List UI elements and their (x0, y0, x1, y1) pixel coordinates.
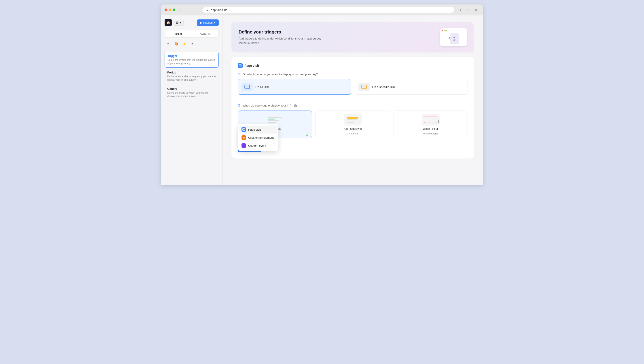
delay-unit: seconds (349, 132, 358, 135)
lock-icon: 🔒 (206, 8, 209, 12)
when-options-dropdown: Page visit ◉ Click on an element ✓ Custo… (238, 124, 278, 151)
url-text: app.told.club (211, 8, 228, 12)
illus-card (450, 33, 459, 44)
svg-rect-1 (240, 65, 241, 66)
nav-item-period[interactable]: Period Define when and how frequently yo… (165, 68, 219, 84)
when-option-delay[interactable]: After a delay of 0 seconds (316, 110, 390, 138)
paint-tool-button[interactable]: 🎨 (173, 40, 180, 47)
page-visit-illustration (266, 114, 284, 126)
publish-label: ▶ Publish (200, 21, 213, 24)
svg-rect-11 (243, 129, 244, 129)
sidebar-nav: Trigger Select the events that will trig… (165, 52, 219, 100)
hero-text: Define your triggers Add triggers to def… (239, 30, 324, 45)
question-1-number: ① (238, 72, 240, 76)
url-options: On all URL On a specific URL (238, 79, 468, 95)
page-visit-section-card: Page visit ① On which page do you want t… (232, 57, 474, 158)
dropdown-item-custom-event[interactable]: ✓ Custom event (239, 142, 277, 150)
tab-bar: Build Reports (165, 30, 219, 38)
tab-build[interactable]: Build (165, 30, 192, 36)
nav-item-cohort[interactable]: Cohort Define the users to whom you want… (165, 85, 219, 100)
page-visit-section-title: Page visit (244, 64, 259, 68)
window-grid-button[interactable]: ⊞ (178, 7, 184, 13)
when-option-scroll[interactable]: ›| When I scroll 0 of the page (393, 110, 468, 138)
menu-button[interactable]: ☰ ▾ (173, 20, 183, 26)
forward-button[interactable]: → (193, 7, 199, 13)
browser-nav: ⊞ ← → (178, 7, 199, 13)
new-tab-button[interactable]: ＋ (465, 7, 471, 13)
address-bar[interactable]: 🔒 app.told.club (202, 7, 454, 13)
when-option-delay-value: 0 seconds (347, 132, 358, 135)
dropdown-item-page-visit[interactable]: Page visit (239, 126, 277, 134)
browser-window: ⊞ ← → 🔒 app.told.club ⬆ ＋ ⧉ 🏠 ☰ ▾ (161, 4, 483, 185)
menu-dropdown-icon: ▾ (179, 21, 181, 24)
when-option-scroll-label: When I scroll (423, 127, 438, 130)
tab-reports[interactable]: Reports (192, 30, 218, 36)
svg-rect-5 (245, 87, 248, 87)
tabs-button[interactable]: ⧉ (473, 7, 479, 13)
dropdown-page-visit-label: Page visit (248, 128, 261, 131)
nav-item-period-desc: Define when and how frequently you want … (167, 75, 216, 82)
back-button[interactable]: ← (186, 7, 192, 13)
when-option-delay-icon (344, 114, 362, 126)
svg-rect-6 (245, 88, 247, 88)
nav-item-period-title: Period (167, 71, 216, 74)
hero-illustration: ↖ (440, 28, 467, 46)
flow-tool-button[interactable]: ⚡ (181, 40, 188, 47)
nav-item-trigger[interactable]: Trigger Select the events that will trig… (165, 52, 219, 68)
question-2-text: When do you want to display your in ? (243, 104, 292, 107)
svg-rect-8 (362, 86, 366, 86)
question-1-label: ① On which page do you want to display y… (238, 72, 468, 76)
url-option-all[interactable]: On all URL (238, 79, 351, 95)
menu-icon: ☰ (176, 21, 179, 24)
dropdown-click-icon: ◉ (242, 135, 246, 140)
page-visit-section-icon (238, 63, 243, 68)
dropdown-item-click-element[interactable]: ◉ Click on an element (239, 134, 277, 142)
when-option-scroll-value: 0 of the page (423, 132, 438, 135)
sidebar-header: 🏠 ☰ ▾ ▶ Publish ▾ (165, 19, 219, 26)
pointer-tool-button[interactable]: ✦ (189, 40, 196, 47)
nav-item-trigger-desc: Select the events that will trigger the … (167, 58, 216, 65)
publish-dropdown-icon: ▾ (214, 21, 216, 24)
when-option-scroll-icon: ›| (422, 114, 440, 126)
scroll-unit: of the page (425, 132, 438, 135)
dot-green[interactable] (173, 8, 175, 11)
browser-toolbar: ⊞ ← → 🔒 app.told.club ⬆ ＋ ⧉ (161, 4, 483, 16)
nav-item-cohort-title: Cohort (167, 87, 216, 90)
when-option-page-visit[interactable]: Page visit (238, 110, 312, 138)
svg-rect-4 (245, 86, 249, 86)
svg-rect-9 (362, 87, 364, 87)
home-button[interactable]: 🏠 (165, 19, 172, 26)
scroll-value: 0 (423, 132, 425, 135)
delay-value: 0 (347, 132, 348, 135)
sidebar: 🏠 ☰ ▾ ▶ Publish ▾ Build Reports ✏ 🎨 ⚡ (161, 16, 223, 185)
share-button[interactable]: ⬆ (457, 7, 463, 13)
url-option-specific-icon (358, 83, 370, 91)
dropdown-custom-label: Custom event (248, 144, 266, 148)
edit-tool-button[interactable]: ✏ (165, 40, 172, 47)
main-content: Define your triggers Add triggers to def… (223, 16, 483, 185)
dropdown-page-visit-icon (242, 127, 246, 132)
dropdown-click-label: Click on an element (248, 136, 274, 139)
app-container: 🏠 ☰ ▾ ▶ Publish ▾ Build Reports ✏ 🎨 ⚡ (161, 16, 483, 185)
url-option-all-icon (242, 83, 253, 91)
dot-yellow[interactable] (169, 8, 171, 11)
hero-description: Add triggers to define under which condi… (239, 36, 324, 45)
publish-button[interactable]: ▶ Publish ▾ (197, 20, 219, 26)
when-option-page-visit-icon (266, 114, 284, 126)
dropdown-custom-icon: ✓ (242, 143, 246, 148)
nav-item-trigger-title: Trigger (167, 54, 216, 58)
dot-red[interactable] (165, 8, 167, 11)
browser-actions: ⬆ ＋ ⧉ (457, 7, 479, 13)
url-option-all-label: On all URL (255, 85, 270, 89)
when-option-delay-label: After a delay of (344, 127, 362, 130)
page-visit-section-header: Page visit (238, 63, 468, 68)
svg-rect-2 (240, 66, 240, 66)
hero-title: Define your triggers (239, 30, 324, 34)
question-2-number: ② (238, 104, 240, 107)
question-2-label: ② When do you want to display your in ? … (238, 104, 468, 108)
when-options: Page visit (238, 110, 468, 138)
toolbar-icons: ✏ 🎨 ⚡ ✦ (165, 40, 219, 47)
info-icon[interactable]: i (294, 104, 297, 108)
url-option-specific[interactable]: On a specific URL (355, 79, 468, 95)
nav-item-cohort-desc: Define the users to whom you want to dis… (167, 91, 216, 98)
